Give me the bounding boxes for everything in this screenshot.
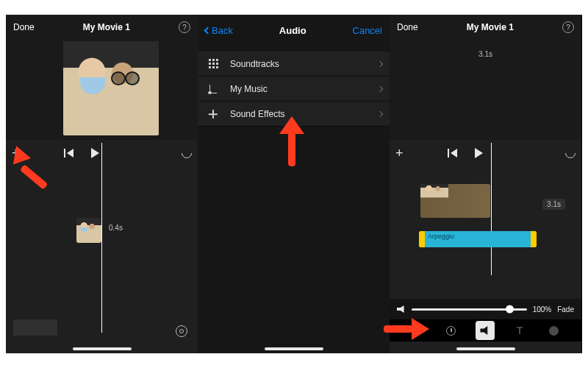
volume-tool[interactable]: [476, 321, 495, 340]
scissors-icon: [412, 325, 422, 336]
volume-slider[interactable]: [412, 308, 527, 311]
audio-clip-label: Arpeggio: [428, 233, 454, 240]
clock-icon: [446, 326, 456, 336]
row-sound-effects[interactable]: Sound Effects: [198, 102, 390, 127]
undo-button[interactable]: [563, 146, 578, 160]
panel-audio-picker: Back Audio Cancel Soundtracks My Music S: [198, 15, 390, 353]
done-button[interactable]: Done: [13, 22, 35, 32]
chevron-right-icon: [377, 110, 383, 116]
settings-button[interactable]: [176, 325, 187, 337]
cancel-button[interactable]: Cancel: [353, 25, 382, 36]
music-note-icon: [207, 82, 220, 96]
clip-duration-label: 3.1s: [542, 199, 565, 210]
volume-bar: 100% Fade: [390, 299, 581, 319]
skip-start-button[interactable]: [448, 149, 457, 158]
audio-source-list: Soundtracks My Music Sound Effects: [198, 52, 390, 127]
clip-duration-label: 0.4s: [109, 224, 123, 232]
empty-clip-slot: [13, 319, 57, 336]
panel-editor-add: Done My Movie 1 ? +: [6, 15, 198, 353]
add-media-button[interactable]: +: [395, 146, 404, 161]
sound-effects-icon: [207, 107, 220, 121]
playhead[interactable]: [101, 143, 102, 333]
row-my-music[interactable]: My Music: [198, 77, 390, 102]
play-button[interactable]: [91, 148, 99, 158]
filters-icon: [549, 326, 559, 336]
row-label: Soundtracks: [230, 59, 279, 69]
titles-tool[interactable]: T: [510, 321, 529, 340]
filters-tool[interactable]: [545, 321, 564, 340]
panel-editor-audio: Done My Movie 1 ? 3.1s + 3.1s: [390, 15, 581, 353]
volume-percent: 100%: [533, 305, 552, 314]
project-title: My Movie 1: [467, 22, 514, 32]
home-indicator: [456, 347, 515, 350]
playhead[interactable]: [491, 143, 492, 275]
preview-timecode: 3.1s: [478, 50, 492, 58]
help-button[interactable]: ?: [562, 21, 574, 33]
chevron-right-icon: [377, 60, 383, 66]
timeline-area[interactable]: + 0.4s: [6, 140, 198, 353]
timeline-video-clip[interactable]: [420, 184, 490, 218]
skip-start-button[interactable]: [64, 149, 74, 158]
preview-area: Done My Movie 1 ? 3.1s: [390, 15, 581, 140]
clip-tools: T: [390, 319, 581, 342]
home-indicator: [265, 347, 323, 350]
nav-title: Audio: [279, 25, 306, 36]
fade-button[interactable]: Fade: [557, 305, 574, 314]
speaker-icon: [480, 326, 490, 335]
timeline-audio-clip[interactable]: Arpeggio: [419, 231, 537, 247]
split-tool[interactable]: [407, 321, 426, 340]
preview-area: Done My Movie 1 ?: [6, 15, 198, 140]
play-button[interactable]: [475, 148, 483, 158]
video-preview: [63, 41, 159, 135]
home-indicator: [73, 347, 132, 350]
chevron-left-icon: [204, 26, 212, 34]
row-label: Sound Effects: [230, 109, 285, 119]
done-button[interactable]: Done: [397, 22, 418, 32]
speaker-icon: [397, 305, 406, 313]
slider-knob[interactable]: [506, 305, 514, 314]
row-soundtracks[interactable]: Soundtracks: [198, 52, 390, 77]
undo-button[interactable]: [179, 146, 194, 160]
project-title: My Movie 1: [83, 22, 130, 32]
help-button[interactable]: ?: [179, 21, 190, 33]
add-media-button[interactable]: +: [12, 146, 20, 161]
row-label: My Music: [230, 84, 268, 94]
back-button[interactable]: Back: [205, 25, 233, 36]
timeline-area[interactable]: + 3.1s Arpeggio: [390, 140, 581, 353]
chevron-right-icon: [377, 85, 383, 91]
text-icon: T: [517, 325, 523, 336]
speed-tool[interactable]: [442, 321, 461, 340]
timeline-clip[interactable]: [76, 218, 101, 243]
soundtracks-icon: [207, 57, 220, 71]
